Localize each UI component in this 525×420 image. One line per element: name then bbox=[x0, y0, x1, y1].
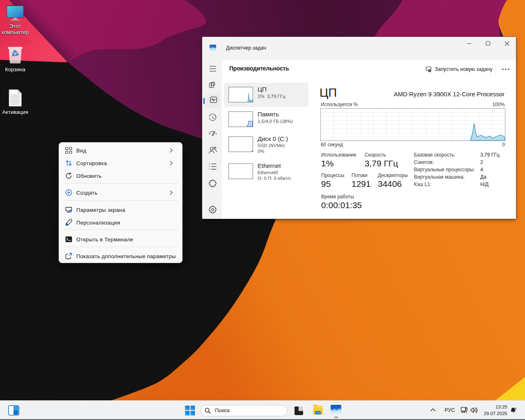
svg-text:z: z bbox=[515, 407, 517, 410]
